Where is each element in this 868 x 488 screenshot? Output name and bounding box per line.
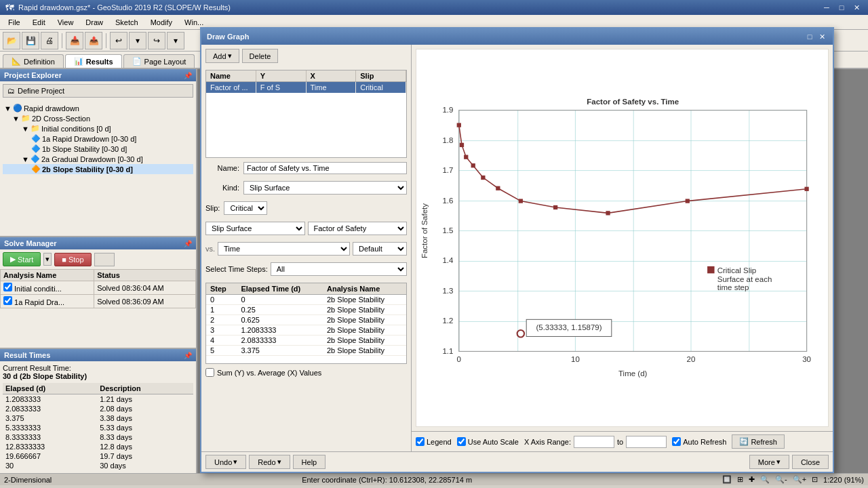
solve-row-2[interactable]: 1a Rapid Dra... Solved 08:36:09 AM	[1, 295, 196, 308]
undo-dropdown-button[interactable]: ▾	[129, 32, 146, 49]
menu-file[interactable]: File	[3, 17, 26, 28]
redo-dropdown-button[interactable]: ▾	[167, 32, 184, 49]
svg-rect-36	[464, 155, 468, 159]
zoom-out-icon[interactable]: 🔍-	[775, 475, 787, 484]
result-times-pin[interactable]: 📌	[184, 352, 192, 359]
graph-list-row[interactable]: Factor of ... F of S Time Critical	[206, 82, 406, 93]
menu-view[interactable]: View	[52, 17, 79, 28]
redo-toolbar-button[interactable]: ↪	[148, 32, 165, 49]
use-auto-scale-checkbox[interactable]	[457, 437, 466, 446]
elapsed-row[interactable]: 8.33333338.33 days	[3, 432, 193, 442]
elapsed-row[interactable]: 3030 days	[3, 461, 193, 470]
menu-win[interactable]: Win...	[179, 17, 209, 28]
svg-text:1.6: 1.6	[442, 197, 453, 205]
dialog-maximize-button[interactable]: □	[804, 31, 815, 42]
delete-graph-button[interactable]: Delete	[242, 49, 279, 63]
x-range-from-input[interactable]	[574, 436, 614, 448]
sum-checkbox[interactable]	[205, 368, 214, 377]
tree-2a-gradual[interactable]: ▼ 🔷 2a Gradual Drawdown [0-30 d]	[3, 154, 193, 164]
tree-2b-slope[interactable]: 🔶 2b Slope Stability [0-30 d]	[3, 164, 193, 174]
step-row[interactable]: 002b Slope Stability	[206, 295, 406, 305]
svg-rect-44	[804, 187, 808, 191]
import-button[interactable]: 📥	[66, 32, 83, 49]
zoom-fit-icon[interactable]: ⊡	[812, 475, 818, 484]
title-bar-controls: ─ □ ✕	[821, 2, 863, 13]
solve-manager-pin[interactable]: 📌	[184, 240, 192, 247]
steps-table-container[interactable]: Step Elapsed Time (d) Analysis Name 002b…	[205, 283, 407, 364]
elapsed-row[interactable]: 3.3753.38 days	[3, 413, 193, 423]
zoom-level: 1:220 (91%)	[823, 476, 864, 484]
start-button[interactable]: ▶ Start	[3, 252, 41, 266]
define-project-button[interactable]: 🗂 Define Project	[3, 84, 193, 98]
tree-1b-slope[interactable]: 🔷 1b Slope Stability [0-30 d]	[3, 144, 193, 154]
select-time-select[interactable]: All	[271, 262, 407, 276]
tree-rapid-drawdown[interactable]: ▼ 🔵 Rapid drawdown	[3, 103, 193, 113]
project-explorer-pin[interactable]: 📌	[184, 72, 192, 79]
menu-draw[interactable]: Draw	[80, 17, 108, 28]
step-row[interactable]: 20.6252b Slope Stability	[206, 315, 406, 325]
solve-row-1[interactable]: Initial conditi... Solved 08:36:04 AM	[1, 281, 196, 295]
undo-button[interactable]: Undo ▾	[205, 455, 246, 469]
tree-2d-cross-section[interactable]: ▼ 📁 2D Cross-Section	[3, 113, 193, 123]
redo-button[interactable]: Redo ▾	[249, 455, 290, 469]
elapsed-row[interactable]: 19.66666719.7 days	[3, 451, 193, 461]
svg-text:1.9: 1.9	[442, 106, 453, 114]
export-button[interactable]: 📤	[85, 32, 102, 49]
undo-dropdown-icon: ▾	[233, 458, 237, 466]
tab-definition[interactable]: 📐 Definition	[3, 54, 64, 68]
elapsed-row[interactable]: 1.20833331.21 days	[3, 394, 193, 405]
open-button[interactable]: 📂	[3, 32, 20, 49]
stop-button[interactable]: ■ Stop	[54, 253, 91, 266]
slip-select[interactable]: Critical	[224, 201, 267, 215]
minimize-button[interactable]: ─	[821, 2, 833, 13]
elapsed-row[interactable]: 12.833333312.8 days	[3, 442, 193, 451]
menu-modify[interactable]: Modify	[145, 17, 178, 28]
step-row[interactable]: 10.252b Slope Stability	[206, 305, 406, 315]
add-graph-button[interactable]: Add ▾	[205, 49, 239, 63]
svg-rect-42	[606, 211, 610, 215]
step-row[interactable]: 53.3752b Slope Stability	[206, 346, 406, 356]
zoom-in-icon[interactable]: 🔍+	[793, 475, 806, 484]
refresh-button[interactable]: 🔄 Refresh	[732, 434, 785, 449]
maximize-button[interactable]: □	[835, 2, 848, 13]
close-button[interactable]: ✕	[850, 2, 863, 13]
name-input[interactable]	[243, 162, 407, 174]
menu-edit[interactable]: Edit	[27, 17, 51, 28]
x-axis-select[interactable]: Time	[218, 242, 350, 256]
more-button[interactable]: More ▾	[749, 455, 789, 469]
close-dialog-button[interactable]: Close	[792, 455, 829, 469]
auto-refresh-checkbox[interactable]	[672, 437, 681, 446]
solve-col-name: Analysis Name	[1, 270, 94, 281]
to-label: to	[617, 438, 623, 446]
elapsed-row[interactable]: 2.08333332.08 days	[3, 404, 193, 413]
step-row[interactable]: 31.20833332b Slope Stability	[206, 325, 406, 336]
graph-list[interactable]: Name Y X Slip Factor of ... F of S Time …	[205, 70, 407, 158]
auto-refresh-row: Auto Refresh	[672, 437, 726, 446]
help-button[interactable]: Help	[293, 455, 326, 469]
menu-sketch[interactable]: Sketch	[110, 17, 144, 28]
add-dropdown-icon[interactable]: ▾	[228, 52, 232, 60]
start-dropdown[interactable]: ▾	[43, 253, 52, 266]
legend-checkbox[interactable]	[416, 437, 425, 446]
tree-1a-rapid[interactable]: 🔷 1a Rapid Drawdown [0-30 d]	[3, 134, 193, 144]
dialog-close-button[interactable]: ✕	[816, 31, 827, 42]
save-button[interactable]: 💾	[22, 32, 39, 49]
tab-results[interactable]: 📊 Results	[65, 54, 122, 68]
y-surface-select[interactable]: Slip Surface	[205, 222, 305, 235]
y-metric-select[interactable]: Factor of Safety	[308, 222, 408, 235]
svg-rect-34	[457, 123, 461, 127]
tab-page-layout[interactable]: 📄 Page Layout	[123, 54, 195, 68]
draw-graph-dialog[interactable]: Draw Graph □ ✕ Add ▾ Delete	[200, 27, 834, 473]
step-row[interactable]: 42.08333332b Slope Stability	[206, 336, 406, 346]
print-button[interactable]: 🖨	[41, 32, 58, 49]
undo-toolbar-button[interactable]: ↩	[110, 32, 127, 49]
svg-text:(5.33333, 1.15879): (5.33333, 1.15879)	[536, 323, 601, 331]
solve-check-2[interactable]	[3, 296, 12, 305]
elapsed-row[interactable]: 5.33333335.33 days	[3, 423, 193, 432]
default-select[interactable]: Default	[353, 242, 407, 256]
tree-initial-conditions[interactable]: ▼ 📁 Initial conditions [0 d]	[3, 123, 193, 134]
x-range-to-input[interactable]	[626, 436, 667, 448]
solve-check-1[interactable]	[3, 283, 12, 291]
chart-svg: 1.9 1.8 1.7 1.6 1.5 1.4 1.3 1.2 1.1 0 10…	[416, 49, 828, 426]
kind-select[interactable]: Slip Surface	[243, 181, 407, 195]
